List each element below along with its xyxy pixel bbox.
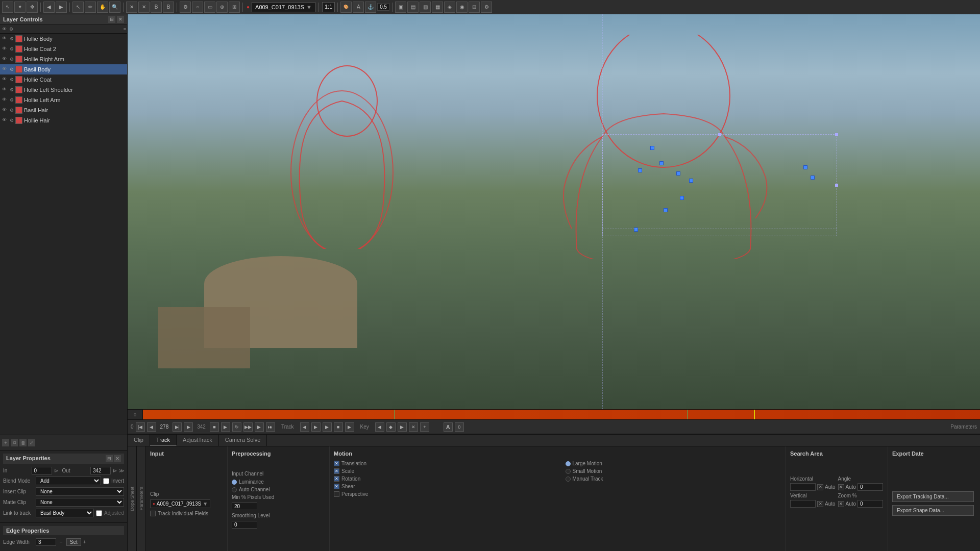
play-loop-btn[interactable]: ↻ <box>232 422 241 432</box>
delete-layer-btn[interactable]: 🗑 <box>19 439 27 446</box>
blend-mode-select[interactable]: Add <box>36 477 101 485</box>
large-motion-radio[interactable] <box>566 461 571 466</box>
export-tracking-btn[interactable]: Export Tracking Data... <box>892 491 974 502</box>
frame-fwd-btn[interactable]: ▶ <box>184 422 193 432</box>
zoom-auto-check[interactable]: ✕ <box>838 501 844 507</box>
adjusted-checkbox[interactable] <box>96 510 102 516</box>
tool-view2[interactable]: ▤ <box>407 2 419 13</box>
overlay-btn[interactable]: 0 <box>455 422 464 432</box>
tool-view1[interactable]: ▣ <box>395 2 406 13</box>
nav-back[interactable]: ◀ <box>43 2 55 13</box>
handle-mr[interactable] <box>835 184 838 187</box>
min-pixels-input[interactable] <box>232 503 257 510</box>
auto-channel-radio[interactable] <box>232 487 237 492</box>
layer-item[interactable]: 👁 ⚙ Basil Hair <box>0 105 127 115</box>
layer-item[interactable]: 👁 ⚙ Hollie Coat 2 <box>0 44 127 54</box>
timeline-ruler[interactable] <box>143 410 980 419</box>
timeline-playhead[interactable] <box>754 410 755 419</box>
tool-a[interactable]: A <box>353 2 364 13</box>
zoom-input[interactable] <box>857 500 883 508</box>
tool-move2[interactable]: ⊕ <box>216 2 228 13</box>
tool-x2[interactable]: ✕ <box>138 2 150 13</box>
scale-check[interactable]: ✕ <box>334 468 339 474</box>
lc-icon1[interactable]: ⊟ <box>108 16 115 23</box>
tool-hand[interactable]: ✋ <box>97 2 108 13</box>
smoothing-level-input[interactable] <box>232 521 257 529</box>
in-field[interactable]: 0 <box>32 467 52 474</box>
key-next-btn[interactable]: ▶ <box>398 422 407 432</box>
translation-check[interactable]: ✕ <box>334 461 339 466</box>
tool-pen[interactable]: ✏ <box>85 2 96 13</box>
layer-item[interactable]: 👁 ⚙ Hollie Coat <box>0 74 127 85</box>
tool-x1[interactable]: ✕ <box>126 2 137 13</box>
horizontal-input[interactable] <box>790 483 816 491</box>
tool-select[interactable]: ✦ <box>14 2 26 13</box>
link-track-select[interactable]: Basil Body <box>36 509 94 517</box>
tool-cursor[interactable]: ↖ <box>72 2 84 13</box>
tool-view4[interactable]: ▦ <box>432 2 443 13</box>
edge-width-input[interactable] <box>36 538 56 546</box>
tool-view6[interactable]: ◉ <box>456 2 468 13</box>
insert-clip-select[interactable]: None <box>36 487 124 496</box>
lp-icon1[interactable]: ⊟ <box>106 455 113 462</box>
angle-auto-check[interactable]: ✕ <box>838 484 844 490</box>
perspective-check[interactable] <box>334 491 339 497</box>
tool-b1[interactable]: B <box>151 2 162 13</box>
play-all-btn[interactable]: ▶▶ <box>243 422 253 432</box>
export-shape-btn[interactable]: Export Shape Data... <box>892 505 974 516</box>
handle-tr[interactable] <box>835 133 838 136</box>
out-field[interactable]: 342 <box>90 467 111 474</box>
tool-b2[interactable]: B <box>163 2 174 13</box>
opacity-value[interactable]: 0.5 <box>377 3 389 11</box>
play-end-btn[interactable]: ⏭ <box>266 422 275 432</box>
layer-options[interactable]: ≡ <box>124 27 126 32</box>
key-set-btn[interactable]: ◆ <box>386 422 396 432</box>
clip-selector[interactable]: ● A009_C017_0913S ▼ <box>150 499 210 508</box>
key-del-btn[interactable]: ✕ <box>409 422 418 432</box>
tool-move[interactable]: ✥ <box>27 2 38 13</box>
vertical-auto-check[interactable]: ✕ <box>817 501 823 507</box>
track-play-btn[interactable]: ▶ <box>323 422 332 432</box>
lc-icon2[interactable]: ✕ <box>117 16 124 23</box>
tool-zoom[interactable]: 🔍 <box>109 2 120 13</box>
tool-rect[interactable]: ▭ <box>204 2 215 13</box>
stop-btn[interactable]: ■ <box>210 422 219 432</box>
angle-input[interactable] <box>857 483 883 491</box>
track-fwd2-btn[interactable]: ▶ <box>345 422 354 432</box>
clip-name-display[interactable]: A009_C017_0913S ▼ <box>252 2 315 12</box>
view-toggle-btn[interactable]: A <box>444 422 453 432</box>
tool-arrow[interactable]: ↖ <box>2 2 13 13</box>
invert-checkbox[interactable] <box>103 478 109 484</box>
track-fwd-btn[interactable]: ▶ <box>311 422 321 432</box>
frame-back-btn[interactable]: ◀ <box>147 422 156 432</box>
handle-tm[interactable] <box>718 133 721 136</box>
edge-width-plus[interactable]: + <box>83 539 86 545</box>
layer-item[interactable]: 👁 ⚙ Hollie Body <box>0 34 127 44</box>
go-start-btn[interactable]: |◀ <box>136 422 145 432</box>
rotation-check[interactable]: ✕ <box>334 476 339 482</box>
tool-grid[interactable]: ⊞ <box>229 2 240 13</box>
layer-item-active[interactable]: 👁 ⚙ Basil Body <box>0 64 127 74</box>
horizontal-auto-check[interactable]: ✕ <box>817 484 823 490</box>
track-stop-btn[interactable]: ■ <box>334 422 343 432</box>
tool-anchor[interactable]: ⚓ <box>365 2 376 13</box>
tool-view5[interactable]: ◈ <box>444 2 455 13</box>
tab-camerasolve[interactable]: Camera Solve <box>219 435 267 446</box>
expand-layer-btn[interactable]: ⤢ <box>28 439 35 446</box>
tool-circle[interactable]: ○ <box>192 2 203 13</box>
dupe-layer-btn[interactable]: ⧉ <box>11 439 18 446</box>
tool-view3[interactable]: ▥ <box>420 2 431 13</box>
tab-adjusttrack[interactable]: AdjustTrack <box>177 435 219 446</box>
lp-icon2[interactable]: ✕ <box>114 455 121 462</box>
tab-track[interactable]: Track <box>150 435 177 446</box>
zoom-display[interactable]: 1:1 <box>322 2 335 12</box>
tab-clip[interactable]: Clip <box>128 435 150 446</box>
small-motion-radio[interactable] <box>566 469 571 474</box>
shear-check[interactable]: ✕ <box>334 484 339 489</box>
set-edge-btn[interactable]: Set <box>66 538 81 546</box>
matte-clip-select[interactable]: None <box>36 498 124 507</box>
nav-forward[interactable]: ▶ <box>56 2 67 13</box>
layer-item[interactable]: 👁 ⚙ Hollie Hair <box>0 115 127 126</box>
edge-width-minus[interactable]: − <box>60 539 63 545</box>
play-fwd2-btn[interactable]: ▶ <box>255 422 264 432</box>
